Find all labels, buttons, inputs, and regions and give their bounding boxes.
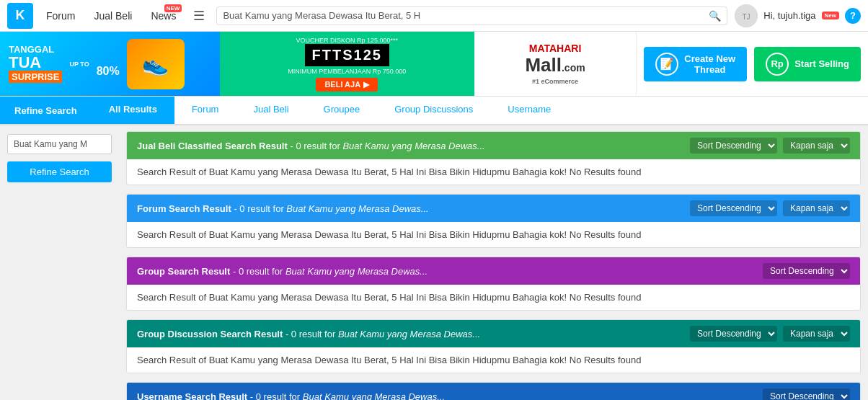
voucher-label: VOUCHER DISKON Rp 125.000*** [296, 37, 398, 44]
results-area: Jual Beli Classified Search Result - 0 r… [119, 125, 868, 400]
play-icon: ▶ [363, 80, 369, 89]
sort-dropdown-username[interactable]: Sort Descending Sort Ascending [763, 388, 850, 400]
nav-news[interactable]: News NEW [145, 10, 182, 22]
forum-query: Buat Kamu yang Merasa Dewas... [286, 203, 428, 214]
ecommerce-badge: #1 eCommerce [525, 78, 585, 85]
sidebar-refine-button[interactable]: Refine Search [7, 161, 112, 182]
create-thread-button[interactable]: 📝 Create NewThread [644, 47, 747, 81]
result-title-forum: Forum Search Result - 0 result for Buat … [137, 203, 429, 214]
avatar: TJ [735, 4, 758, 27]
sort-dropdown-group[interactable]: Sort Descending Sort Ascending [763, 263, 850, 279]
logo[interactable]: K [7, 3, 33, 29]
forum-section-title: Forum Search Result [137, 203, 231, 214]
help-icon[interactable]: ? [845, 8, 861, 24]
tab-forum[interactable]: Forum [174, 97, 236, 124]
tab-groupee[interactable]: Groupee [306, 97, 378, 124]
create-thread-label: Create NewThread [684, 53, 735, 75]
banner-tua: TUA [9, 55, 62, 71]
filter-tabs: Refine Search All Results Forum Jual Bel… [0, 97, 868, 125]
refine-tab[interactable]: Refine Search [0, 97, 92, 124]
greeting-text: Hi, tujuh.tiga [763, 10, 815, 21]
sidebar: Refine Search [0, 125, 119, 400]
result-title-username: Username Search Result - 0 result for Bu… [137, 391, 445, 401]
mall-suffix: Mall.com [525, 54, 585, 76]
result-count-text: - 0 result for [290, 141, 342, 151]
result-group-discussion: Group Discussion Search Result - 0 resul… [126, 319, 861, 373]
result-header-username: Username Search Result - 0 result for Bu… [127, 383, 860, 400]
group-disc-count-text: - 0 result for [285, 329, 338, 339]
result-body-group-discussion: Search Result of Buat Kamu yang Merasa D… [127, 347, 860, 373]
result-section-title: Jual Beli Classified Search Result [137, 141, 288, 151]
voucher-btn-label: BELI AJA [324, 80, 360, 89]
kapan-dropdown-jualbeli[interactable]: Kapan saja [783, 138, 850, 154]
sort-area-group: Sort Descending Sort Ascending [763, 263, 850, 279]
kapan-dropdown-forum[interactable]: Kapan saja [783, 200, 850, 216]
tab-group-discussions[interactable]: Group Discussions [377, 97, 490, 124]
sort-area-forum: Sort Descending Sort Ascending Kapan saj… [690, 200, 850, 216]
result-body-forum: Search Result of Buat Kamu yang Merasa D… [127, 222, 860, 247]
forum-count-text: - 0 result for [234, 203, 286, 214]
search-bar: 🔍 [216, 6, 727, 25]
result-header-group-discussion: Group Discussion Search Result - 0 resul… [127, 320, 860, 347]
banner-voucher: VOUCHER DISKON Rp 125.000*** FTTS125 MIN… [220, 32, 474, 96]
username-section-title: Username Search Result [137, 391, 247, 401]
sort-area-group-discussion: Sort Descending Sort Ascending Kapan saj… [690, 326, 850, 342]
main-layout: Refine Search Jual Beli Classified Searc… [0, 125, 868, 400]
result-group: Group Search Result - 0 result for Buat … [126, 257, 861, 311]
result-query: Buat Kamu yang Merasa Dewas... [342, 141, 484, 151]
result-forum: Forum Search Result - 0 result for Buat … [126, 194, 861, 248]
header-right: TJ Hi, tujuh.tiga New ? [735, 4, 861, 27]
group-disc-query: Buat Kamu yang Merasa Dewas... [338, 329, 480, 339]
voucher-button[interactable]: BELI AJA ▶ [316, 78, 378, 92]
sidebar-search-input[interactable] [7, 134, 112, 154]
voucher-min-text: MINIMUM PEMBELANJAAN Rp 750.000 [288, 68, 406, 75]
hamburger-icon[interactable]: ☰ [189, 8, 209, 24]
result-title-jualbeli: Jual Beli Classified Search Result - 0 r… [137, 141, 485, 151]
result-title-group-discussion: Group Discussion Search Result - 0 resul… [137, 329, 480, 339]
start-selling-label: Start Selling [794, 58, 849, 69]
voucher-code: FTTS125 [305, 44, 389, 66]
svg-text:TJ: TJ [743, 13, 750, 21]
group-disc-section-title: Group Discussion Search Result [137, 329, 283, 339]
banner-surprise: SURPRISE [9, 71, 62, 84]
result-title-group: Group Search Result - 0 result for Buat … [137, 266, 428, 277]
result-username: Username Search Result - 0 result for Bu… [126, 382, 861, 400]
sort-area-username: Sort Descending Sort Ascending [763, 388, 850, 400]
kapan-dropdown-group-discussion[interactable]: Kapan saja [783, 326, 850, 342]
result-header-jualbeli: Jual Beli Classified Search Result - 0 r… [127, 132, 860, 159]
banner-percent: 80% [97, 48, 120, 80]
banner-right-buttons: 📝 Create NewThread Rp Start Selling [637, 32, 868, 96]
banner-left: TANGGAL TUA SURPRISE UP TO 80% 👟 [0, 32, 220, 96]
search-input[interactable] [223, 10, 709, 21]
search-button[interactable]: 🔍 [709, 10, 721, 22]
result-header-group: Group Search Result - 0 result for Buat … [127, 257, 860, 285]
sort-area-jualbeli: Sort Descending Sort Ascending Kapan saj… [690, 138, 850, 154]
username-query: Buat Kamu yang Merasa Dewas... [303, 391, 445, 401]
start-selling-icon: Rp [766, 53, 789, 76]
mall-logo: MATAHARI Mall.com #1 eCommerce [525, 43, 585, 85]
tab-jual-beli[interactable]: Jual Beli [236, 97, 306, 124]
group-count-text: - 0 result for [233, 266, 285, 277]
group-query: Buat Kamu yang Merasa Dewas... [285, 266, 428, 277]
group-section-title: Group Search Result [137, 266, 230, 277]
user-new-badge: New [822, 12, 839, 19]
tab-all-results[interactable]: All Results [92, 97, 174, 124]
news-new-badge: NEW [164, 4, 182, 12]
result-jualbeli: Jual Beli Classified Search Result - 0 r… [126, 131, 861, 185]
sort-dropdown-forum[interactable]: Sort Descending Sort Ascending [690, 200, 777, 216]
banner-mall: MATAHARI Mall.com #1 eCommerce [474, 32, 637, 96]
sort-dropdown-group-discussion[interactable]: Sort Descending Sort Ascending [690, 326, 777, 342]
sort-dropdown-jualbeli[interactable]: Sort Descending Sort Ascending [690, 138, 777, 154]
header: K Forum Jual Beli News NEW ☰ 🔍 TJ Hi, tu… [0, 0, 868, 32]
result-body-group: Search Result of Buat Kamu yang Merasa D… [127, 285, 860, 310]
nav-forum[interactable]: Forum [40, 10, 81, 22]
banner-text: TANGGAL TUA SURPRISE [9, 45, 62, 84]
banner-upto: UP TO [69, 61, 89, 68]
banner-shoes-image: 👟 [127, 39, 185, 89]
result-body-jualbeli: Search Result of Buat Kamu yang Merasa D… [127, 159, 860, 185]
nav-jualbeli[interactable]: Jual Beli [88, 10, 138, 22]
result-header-forum: Forum Search Result - 0 result for Buat … [127, 195, 860, 222]
start-selling-button[interactable]: Rp Start Selling [754, 47, 861, 81]
tab-username[interactable]: Username [490, 97, 568, 124]
banner: TANGGAL TUA SURPRISE UP TO 80% 👟 VOUCHER… [0, 32, 868, 97]
